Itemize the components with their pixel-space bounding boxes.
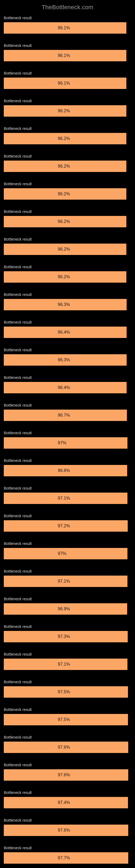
result-bar-remainder — [126, 244, 131, 255]
result-bar-value: 96.2% — [58, 275, 70, 279]
result-bar-remainder — [126, 50, 131, 61]
result-row-label: Bottleneck result — [4, 818, 131, 823]
result-bar-value: 96.2% — [58, 164, 70, 169]
result-bar-value: 97.2% — [58, 524, 70, 528]
result-bar: 96.2% — [4, 216, 131, 227]
result-row: Bottleneck result96.2% — [0, 99, 135, 117]
result-bar-value: 96.3% — [58, 358, 70, 362]
result-row-label: Bottleneck result — [4, 680, 131, 684]
result-bar-value: 97.6% — [58, 745, 70, 750]
result-row-label: Bottleneck result — [4, 320, 131, 324]
result-bar-value: 97.5% — [58, 689, 70, 694]
result-row: Bottleneck result96.3% — [0, 348, 135, 366]
result-bar: 96.2% — [4, 161, 131, 172]
result-bar: 97.1% — [4, 659, 131, 670]
result-row-label: Bottleneck result — [4, 486, 131, 490]
result-row-label: Bottleneck result — [4, 846, 131, 850]
result-bar-remainder — [128, 520, 131, 532]
result-row: Bottleneck result96.2% — [0, 265, 135, 283]
result-row: Bottleneck result97% — [0, 431, 135, 448]
result-bar-remainder — [126, 271, 131, 283]
result-bar-remainder — [128, 769, 131, 781]
result-row-label: Bottleneck result — [4, 541, 131, 546]
result-bar-remainder — [126, 188, 131, 199]
result-bar-value: 96.2% — [58, 136, 70, 141]
result-bar-remainder — [127, 548, 131, 559]
result-row-label: Bottleneck result — [4, 16, 131, 20]
result-row: Bottleneck result96.1% — [0, 71, 135, 89]
result-row-label: Bottleneck result — [4, 265, 131, 269]
result-bar-remainder — [128, 686, 131, 698]
result-bar-remainder — [128, 825, 131, 836]
result-row: Bottleneck result97.6% — [0, 818, 135, 836]
result-bar-value: 96.4% — [58, 385, 70, 390]
result-row: Bottleneck result96.2% — [0, 209, 135, 227]
result-bar-remainder — [127, 327, 131, 338]
result-bar-value: 96.9% — [58, 607, 70, 611]
result-bar: 96.3% — [4, 354, 131, 366]
result-row: Bottleneck result97.6% — [0, 735, 135, 753]
result-bar-remainder — [126, 133, 131, 144]
result-row-label: Bottleneck result — [4, 99, 131, 103]
result-bar-remainder — [128, 852, 131, 864]
result-bar: 97.2% — [4, 520, 131, 532]
result-row: Bottleneck result96.1% — [0, 43, 135, 61]
result-bar: 96.2% — [4, 105, 131, 117]
result-row: Bottleneck result96.9% — [0, 597, 135, 615]
result-bar-value: 96.1% — [58, 81, 70, 86]
result-row-label: Bottleneck result — [4, 375, 131, 380]
result-bar: 97.6% — [4, 742, 131, 753]
result-row-label: Bottleneck result — [4, 403, 131, 407]
result-bar-value: 96.1% — [58, 53, 70, 58]
result-bar-value: 97.4% — [58, 800, 70, 805]
result-row: Bottleneck result96.2% — [0, 154, 135, 172]
result-row-label: Bottleneck result — [4, 458, 131, 463]
result-row-label: Bottleneck result — [4, 514, 131, 518]
result-row-label: Bottleneck result — [4, 707, 131, 712]
result-row-label: Bottleneck result — [4, 292, 131, 297]
result-bar: 97% — [4, 437, 131, 448]
result-row-label: Bottleneck result — [4, 126, 131, 131]
result-bar-value: 96.8% — [58, 468, 70, 473]
result-row-label: Bottleneck result — [4, 624, 131, 629]
result-bar-remainder — [126, 105, 131, 117]
result-bar-value: 97% — [58, 440, 66, 445]
result-row-label: Bottleneck result — [4, 209, 131, 214]
result-bar: 96.8% — [4, 465, 131, 476]
result-bar-remainder — [127, 410, 131, 421]
result-row-label: Bottleneck result — [4, 569, 131, 574]
result-row-label: Bottleneck result — [4, 43, 131, 48]
result-bar-remainder — [126, 78, 131, 89]
result-bar-value: 96.2% — [58, 108, 70, 113]
result-bar: 96.1% — [4, 50, 131, 61]
result-row: Bottleneck result96.7% — [0, 403, 135, 421]
result-bar-value: 97.1% — [58, 579, 70, 584]
result-bar-remainder — [128, 742, 131, 753]
result-row: Bottleneck result96.8% — [0, 458, 135, 476]
result-bar-remainder — [127, 354, 131, 366]
result-row-label: Bottleneck result — [4, 735, 131, 739]
result-bar: 96.2% — [4, 271, 131, 283]
result-bar: 96.2% — [4, 133, 131, 144]
result-row: Bottleneck result97.1% — [0, 486, 135, 504]
result-bar-remainder — [127, 382, 131, 393]
result-bar-value: 97% — [58, 551, 66, 556]
result-bar: 96.3% — [4, 299, 131, 310]
result-row: Bottleneck result97.1% — [0, 652, 135, 670]
result-bar: 97.5% — [4, 714, 131, 725]
result-bar: 96.7% — [4, 410, 131, 421]
result-bar-value: 97.1% — [58, 496, 70, 501]
result-bar: 97.7% — [4, 852, 131, 864]
site-brand: TheBottleneck.com — [0, 2, 135, 16]
result-bar-remainder — [127, 659, 131, 670]
result-row: Bottleneck result96.4% — [0, 320, 135, 338]
result-bar: 97.5% — [4, 686, 131, 698]
result-bar-remainder — [127, 437, 131, 448]
result-row-label: Bottleneck result — [4, 597, 131, 601]
result-bar-remainder — [128, 797, 131, 808]
result-bar: 97.1% — [4, 493, 131, 504]
result-bar-remainder — [127, 603, 131, 615]
result-bar-value: 97.6% — [58, 773, 70, 777]
result-bar: 96.2% — [4, 188, 131, 199]
result-row-label: Bottleneck result — [4, 763, 131, 767]
